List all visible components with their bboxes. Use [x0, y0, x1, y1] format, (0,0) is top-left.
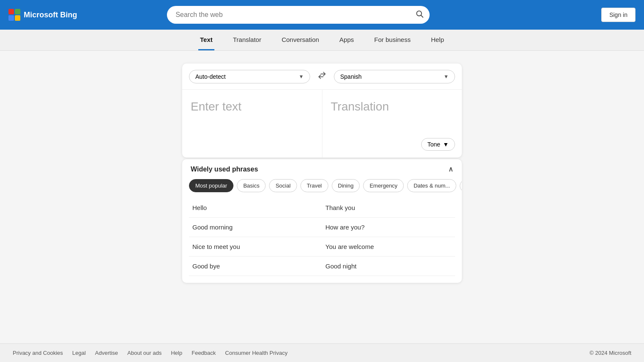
translation-placeholder: Translation — [331, 100, 389, 113]
footer-legal[interactable]: Legal — [72, 350, 86, 356]
footer-about-ads[interactable]: About our ads — [128, 350, 162, 356]
phrase-you-are-welcome[interactable]: You are welcome — [322, 237, 455, 257]
nav-item-conversation[interactable]: Conversation — [280, 30, 321, 50]
header: Microsoft Bing Sign in — [0, 0, 644, 30]
logo-area: Microsoft Bing — [8, 9, 77, 21]
phrase-good-bye[interactable]: Good bye — [189, 257, 322, 276]
logo-text: Microsoft Bing — [24, 11, 77, 19]
logo-sq-blue — [8, 15, 14, 21]
logo-sq-yellow — [15, 15, 20, 21]
phrase-thank-you[interactable]: Thank you — [322, 198, 455, 218]
nav-item-apps[interactable]: Apps — [338, 30, 355, 50]
source-language-select[interactable]: Auto-detect ▼ — [189, 70, 310, 83]
footer-feedback[interactable]: Feedback — [192, 350, 216, 356]
search-button[interactable] — [415, 10, 424, 20]
source-lang-chevron-icon: ▼ — [299, 74, 304, 80]
source-text-panel: Enter text — [182, 90, 322, 158]
phrase-good-night[interactable]: Good night — [322, 257, 455, 276]
nav-item-for-business[interactable]: For business — [372, 30, 412, 50]
target-language-label: Spanish — [340, 73, 362, 80]
category-travel[interactable]: Travel — [300, 179, 328, 192]
nav-item-help[interactable]: Help — [429, 30, 446, 50]
nav-item-text[interactable]: Text — [198, 30, 214, 50]
enter-text-placeholder[interactable]: Enter text — [191, 100, 242, 113]
category-dining[interactable]: Dining — [332, 179, 360, 192]
nav-bar: Text Translator Conversation Apps For bu… — [0, 30, 644, 51]
category-social[interactable]: Social — [269, 179, 297, 192]
category-dates-numbers[interactable]: Dates & num... — [407, 179, 456, 192]
target-language-select[interactable]: Spanish ▼ — [334, 70, 455, 83]
footer-help[interactable]: Help — [171, 350, 182, 356]
tone-label: Tone — [427, 141, 440, 148]
phrase-good-morning[interactable]: Good morning — [189, 218, 322, 237]
svg-line-1 — [421, 15, 423, 17]
signin-button[interactable]: Sign in — [601, 8, 636, 22]
nav-item-translator[interactable]: Translator — [231, 30, 263, 50]
main-content: Auto-detect ▼ Spanish ▼ Enter text — [0, 51, 644, 343]
category-pills: Most popular Basics Social Travel Dining… — [182, 179, 462, 198]
footer-copyright: © 2024 Microsoft — [590, 350, 631, 356]
category-basics[interactable]: Basics — [237, 179, 266, 192]
language-row: Auto-detect ▼ Spanish ▼ — [182, 64, 462, 90]
phrases-header[interactable]: Widely used phrases ∧ — [182, 159, 462, 179]
footer-consumer-health[interactable]: Consumer Health Privacy — [225, 350, 287, 356]
tone-button[interactable]: Tone ▼ — [421, 138, 455, 151]
logo-sq-green — [15, 9, 20, 14]
phrase-grid: Hello Thank you Good morning How are you… — [182, 198, 462, 283]
text-areas: Enter text Translation Tone ▼ — [182, 90, 462, 158]
category-most-popular[interactable]: Most popular — [189, 179, 233, 192]
category-scroll-right-button[interactable]: > — [460, 180, 462, 192]
source-language-label: Auto-detect — [195, 73, 226, 80]
phrase-nice-to-meet-you[interactable]: Nice to meet you — [189, 237, 322, 257]
translator-card: Auto-detect ▼ Spanish ▼ Enter text — [182, 64, 462, 158]
phrase-how-are-you[interactable]: How are you? — [322, 218, 455, 237]
footer-advertise[interactable]: Advertise — [95, 350, 118, 356]
microsoft-logo — [8, 9, 20, 21]
search-input[interactable] — [167, 6, 430, 24]
target-lang-chevron-icon: ▼ — [444, 74, 449, 80]
phrase-hello[interactable]: Hello — [189, 198, 322, 218]
phrases-chevron-up-icon: ∧ — [448, 165, 453, 173]
footer-links: Privacy and Cookies Legal Advertise Abou… — [13, 350, 288, 356]
phrases-section: Widely used phrases ∧ Most popular Basic… — [182, 159, 462, 283]
phrases-title: Widely used phrases — [191, 166, 258, 173]
footer: Privacy and Cookies Legal Advertise Abou… — [0, 343, 644, 362]
category-emergency[interactable]: Emergency — [363, 179, 404, 192]
footer-privacy[interactable]: Privacy and Cookies — [13, 350, 63, 356]
logo-sq-red — [8, 9, 14, 14]
search-bar — [167, 6, 430, 24]
tone-chevron-icon: ▼ — [443, 141, 449, 148]
translation-panel: Translation Tone ▼ — [322, 90, 462, 158]
swap-languages-button[interactable] — [314, 69, 330, 83]
